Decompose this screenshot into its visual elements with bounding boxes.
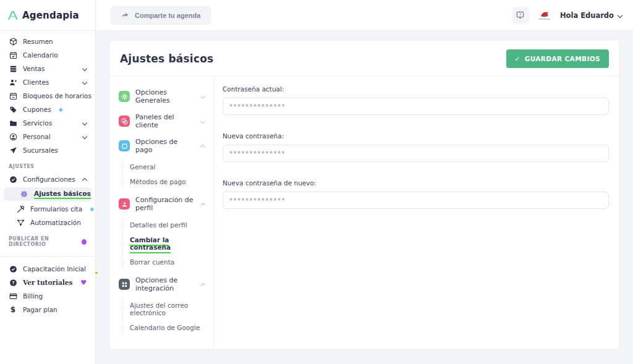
new-password-input[interactable] — [223, 145, 609, 162]
sidebar-item-configuraciones[interactable]: Configuraciones — [0, 172, 95, 186]
sidebar-item-label: Resumen — [23, 38, 53, 45]
nav-child-general[interactable]: General — [123, 159, 207, 174]
nav-group-label: Configuración de perfil — [135, 196, 196, 212]
chevron-down-icon — [200, 94, 205, 99]
chevron-up-icon — [82, 177, 87, 182]
gear-icon — [119, 91, 130, 102]
nav-group-label: Opciones de integración — [135, 276, 196, 292]
box-icon — [9, 38, 17, 46]
sidebar-item-cupones[interactable]: Cupones ◆ — [0, 103, 95, 116]
sidebar-item-resumen[interactable]: Resumen — [0, 35, 95, 48]
sidebar-item-calendario[interactable]: Calendario — [0, 48, 95, 62]
change-password-form: Contraseña actual: Nueva contraseña: Nue… — [214, 77, 619, 349]
nav-child-label: Calendario de Google — [130, 324, 200, 331]
check-circle-icon — [9, 265, 17, 273]
nav-group-paneles-cliente[interactable]: Paneles del cliente — [117, 109, 207, 133]
sidebar-item-sucursales[interactable]: Sucursales — [0, 143, 95, 157]
sidebar-item-label: Formularios cita — [30, 205, 82, 213]
tools-icon — [16, 205, 25, 213]
help-button[interactable]: ? — [512, 7, 529, 24]
sidebar-item-label: Bloqueos de horarios — [23, 92, 91, 99]
nav-group-opciones-integracion[interactable]: Opciones de integración — [117, 272, 207, 297]
sidebar-item-label: Billing — [23, 292, 43, 300]
save-changes-button[interactable]: ✓ GUARDAR CAMBIOS — [506, 49, 610, 68]
calendar-icon — [9, 92, 17, 100]
brand-name: Agendapia — [22, 10, 79, 21]
nav-child-calendario-google[interactable]: Calendario de Google — [123, 320, 207, 335]
brand-logo[interactable]: Agendapia — [0, 0, 95, 31]
nav-children-perfil: Detalles del perfil Cambiar la contraseñ… — [122, 218, 207, 269]
sidebar-item-label: Cupones — [23, 106, 51, 113]
nav-child-detalles-perfil[interactable]: Detalles del perfil — [123, 218, 207, 232]
nav-child-cambiar-contrasena[interactable]: Cambiar la contraseña — [123, 232, 207, 255]
sidebar-item-label: Automatización — [30, 219, 81, 226]
sidebar-item-ventas[interactable]: Ventas — [0, 62, 95, 75]
sidebar-item-ver-tutoriales[interactable]: ? Ver tutoriales ♥ — [0, 276, 95, 289]
partner-logo[interactable] — [537, 9, 553, 22]
app-window: Agendapia Resumen Calendario Ventas Clie… — [0, 0, 633, 364]
chevron-down-icon — [82, 134, 87, 139]
settings-card: Ajustes básicos ✓ GUARDAR CAMBIOS Opcion… — [110, 41, 619, 349]
question-circle-icon: ? — [9, 279, 17, 287]
svg-text:?: ? — [519, 12, 521, 17]
sidebar-item-label: Personal — [23, 133, 51, 140]
gear-icon — [20, 190, 28, 198]
sidebar-item-personal[interactable]: Personal — [0, 130, 95, 143]
partner-logo-text — [539, 19, 550, 20]
nav-child-label: Detalles del perfil — [130, 221, 187, 229]
section-publicar: PUBLICAR EN DIRECTORIO — [0, 229, 95, 250]
sidebar-item-label: Calendario — [23, 51, 58, 59]
integration-grid-icon — [119, 279, 130, 290]
nav-group-label: Opciones Generales — [135, 88, 196, 104]
current-password-input[interactable] — [223, 98, 609, 115]
chevron-down-icon — [82, 80, 87, 85]
nav-group-opciones-pago[interactable]: Opciones de pago — [117, 133, 207, 158]
share-agenda-button[interactable]: Comparte tu agenda — [111, 6, 211, 25]
sidebar-item-billing[interactable]: Billing — [0, 289, 95, 303]
chevron-up-icon — [200, 144, 205, 149]
nav-children-integracion: Ajustes del correo electrónico Calendari… — [122, 298, 207, 335]
agendapia-logo-icon — [7, 10, 19, 21]
chevron-up-icon — [201, 203, 206, 208]
sidebar-item-capacitacion[interactable]: Capacitación Inicial — [0, 262, 95, 276]
sidebar-item-ajustes-basicos[interactable]: Ajustes básicos — [4, 187, 91, 201]
calendar-icon — [9, 51, 17, 59]
share-arrow-icon — [121, 12, 129, 19]
card-body: Opciones Generales Paneles del cliente O… — [110, 77, 619, 349]
sidebar-divider — [0, 256, 95, 257]
blue-diamond-emoji: ◆ — [90, 206, 94, 212]
topbar: Comparte tu agenda ? Hola Eduardo — [96, 0, 633, 31]
nav-child-borrar-cuenta[interactable]: Borrar cuenta — [123, 255, 207, 269]
sidebar-nav: Resumen Calendario Ventas Clientes Bloqu… — [0, 31, 95, 316]
svg-text:?: ? — [12, 280, 14, 285]
nav-child-metodos-pago[interactable]: Métodos de pago — [123, 174, 207, 189]
sidebar-item-clientes[interactable]: Clientes — [0, 75, 95, 89]
repeat-password-label: Nueva contraseña de nuevo: — [223, 179, 609, 187]
sidebar: Agendapia Resumen Calendario Ventas Clie… — [0, 0, 96, 364]
partner-logo-icon — [540, 11, 550, 18]
purple-circle-emoji — [82, 239, 87, 245]
nav-group-configuracion-perfil[interactable]: Configuración de perfil — [117, 192, 207, 216]
repeat-password-input[interactable] — [223, 192, 609, 209]
sidebar-item-pagar-plan[interactable]: $ Pagar plan — [0, 303, 95, 316]
card-header: Ajustes básicos ✓ GUARDAR CAMBIOS — [110, 41, 619, 77]
panels-icon — [119, 116, 130, 127]
nav-children-pago: General Métodos de pago — [122, 159, 207, 189]
sidebar-item-formularios-cita[interactable]: Formularios cita ◆ — [0, 202, 95, 216]
content-column: Comparte tu agenda ? Hola Eduardo — [96, 0, 633, 364]
section-publicar-label: PUBLICAR EN DIRECTORIO — [9, 236, 80, 247]
topbar-right: ? Hola Eduardo — [512, 7, 622, 24]
nav-group-opciones-generales[interactable]: Opciones Generales — [117, 84, 207, 109]
sidebar-item-label: Servicios — [23, 119, 52, 127]
blue-diamond-emoji: ◆ — [59, 106, 63, 112]
nav-group-label: Opciones de pago — [135, 138, 195, 154]
main-area: Ajustes básicos ✓ GUARDAR CAMBIOS Opcion… — [96, 31, 633, 364]
nav-child-ajustes-correo[interactable]: Ajustes del correo electrónico — [123, 298, 207, 320]
sidebar-item-label: Pagar plan — [23, 306, 57, 313]
sidebar-item-bloqueos[interactable]: Bloqueos de horarios — [0, 89, 95, 103]
user-menu[interactable]: Hola Eduardo — [560, 11, 622, 20]
sidebar-item-servicios[interactable]: Servicios — [0, 116, 95, 130]
profile-icon — [119, 198, 130, 210]
settings-nav: Opciones Generales Paneles del cliente O… — [110, 77, 214, 349]
sidebar-item-automatizacion[interactable]: Automatización — [0, 216, 95, 229]
